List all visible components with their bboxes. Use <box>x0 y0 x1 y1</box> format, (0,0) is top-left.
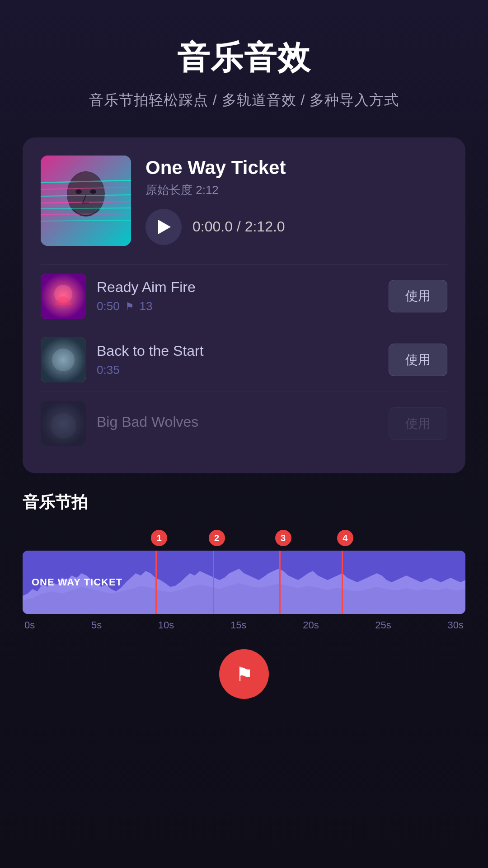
use-button-3[interactable]: 使用 <box>389 407 447 440</box>
time-display: 0:00.0 / 2:12.0 <box>192 218 285 235</box>
track-duration-label: 原始长度 2:12 <box>145 182 447 198</box>
song-meta-1: 0:50 ⚑ 13 <box>97 299 378 313</box>
song-item-2: Back to the Start 0:35 使用 <box>41 328 447 392</box>
waveform-track[interactable]: ONE WAY TICKET <box>23 551 465 614</box>
svg-point-15 <box>52 349 75 371</box>
music-card: One Way Ticket 原始长度 2:12 0:00.0 / 2:12.0 <box>23 137 465 473</box>
play-icon <box>158 220 171 234</box>
song-duration-2: 0:35 <box>97 363 120 377</box>
song-meta-2: 0:35 <box>97 363 378 377</box>
song-item-1: Ready Aim Fire 0:50 ⚑ 13 使用 <box>41 264 447 328</box>
song-item-3: Big Bad Wolves 使用 <box>41 392 447 455</box>
timeline-15s: 15s <box>230 619 246 631</box>
timeline-25s: 25s <box>375 619 391 631</box>
beat-section-label: 音乐节拍 <box>23 491 465 514</box>
timeline-10s: 10s <box>158 619 174 631</box>
timeline-30s: 30s <box>447 619 463 631</box>
now-playing-section: One Way Ticket 原始长度 2:12 0:00.0 / 2:12.0 <box>41 156 447 246</box>
flag-button-container: ⚑ <box>23 649 465 699</box>
use-button-1[interactable]: 使用 <box>389 280 447 312</box>
beat-marker-4: 4 <box>337 530 353 546</box>
song-name-1: Ready Aim Fire <box>97 279 378 296</box>
page-subtitle: 音乐节拍轻松踩点 / 多轨道音效 / 多种导入方式 <box>89 90 399 110</box>
beat-line-1 <box>155 551 157 614</box>
song-flagcount-1: 13 <box>140 299 153 313</box>
svg-point-10 <box>75 189 82 194</box>
svg-point-17 <box>51 413 76 439</box>
flag-beat-button[interactable]: ⚑ <box>219 649 269 699</box>
timeline-5s: 5s <box>91 619 102 631</box>
beat-marker-2: 2 <box>209 530 225 546</box>
song-info-2: Back to the Start 0:35 <box>97 343 378 377</box>
use-button-2[interactable]: 使用 <box>389 344 447 376</box>
svg-point-11 <box>90 189 96 194</box>
song-thumb-fire <box>41 274 86 319</box>
waveform-container: 1 2 3 4 ONE WAY TICKET <box>23 526 465 631</box>
song-thumb-wolves <box>41 401 86 446</box>
page-title: 音乐音效 <box>177 36 311 80</box>
beat-line-4 <box>342 551 343 614</box>
beat-marker-1: 1 <box>151 530 167 546</box>
waveform-label: ONE WAY TICKET <box>32 576 122 588</box>
now-playing-info: One Way Ticket 原始长度 2:12 0:00.0 / 2:12.0 <box>145 157 447 245</box>
beat-line-2 <box>213 551 214 614</box>
svg-point-9 <box>68 172 104 216</box>
timeline-0s: 0s <box>24 619 35 631</box>
song-name-3: Big Bad Wolves <box>97 414 378 430</box>
album-art <box>41 156 131 246</box>
play-button[interactable] <box>145 209 182 245</box>
song-name-2: Back to the Start <box>97 343 378 359</box>
player-controls: 0:00.0 / 2:12.0 <box>145 209 447 245</box>
beat-marker-3: 3 <box>275 530 291 546</box>
song-info-1: Ready Aim Fire 0:50 ⚑ 13 <box>97 279 378 313</box>
flag-beat-icon: ⚑ <box>235 663 253 686</box>
track-title: One Way Ticket <box>145 157 447 179</box>
timeline-20s: 20s <box>303 619 319 631</box>
flag-icon-1: ⚑ <box>125 301 134 312</box>
song-thumb-start <box>41 337 86 382</box>
beat-section: 音乐节拍 1 2 3 4 ONE WAY TICKET <box>23 491 465 699</box>
timeline: 0s 5s 10s 15s 20s 25s 30s <box>23 614 465 631</box>
beat-line-3 <box>279 551 281 614</box>
song-info-3: Big Bad Wolves <box>97 414 378 434</box>
song-duration-1: 0:50 <box>97 299 120 313</box>
beat-markers-row: 1 2 3 4 <box>23 526 465 549</box>
